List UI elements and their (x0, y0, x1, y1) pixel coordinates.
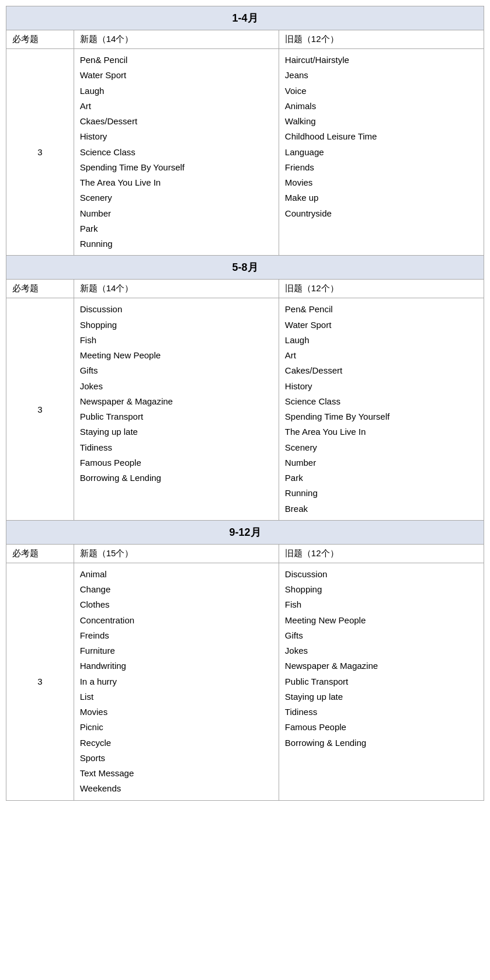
required-cell-2-0: 3 (6, 563, 74, 800)
list-item: Discussion (80, 302, 273, 317)
list-item: Handwriting (80, 658, 273, 674)
old-topics-0-0: Haircut/HairstyleJeansVoiceAnimalsWalkin… (279, 49, 484, 256)
list-item: List (80, 689, 273, 705)
list-item: Staying up late (285, 689, 478, 705)
list-item: Friends (285, 160, 478, 175)
list-item: Cakes/Dessert (285, 363, 478, 378)
list-item: Staying up late (80, 424, 273, 440)
col-header-0-1: 新题（14个） (74, 30, 279, 49)
list-item: Tidiness (285, 705, 478, 720)
col-header-2-2: 旧题（12个） (279, 544, 484, 563)
section-header-2: 9-12月 (6, 520, 484, 544)
col-header-0-2: 旧题（12个） (279, 30, 484, 49)
list-item: History (285, 379, 478, 394)
required-cell-0-0: 3 (6, 49, 74, 256)
list-item: Shopping (80, 318, 273, 333)
list-item: Weekends (80, 781, 273, 796)
list-item: History (80, 129, 273, 144)
col-header-0-0: 必考题 (6, 30, 74, 49)
col-header-1-0: 必考题 (6, 280, 74, 298)
list-item: Park (285, 470, 478, 486)
old-topics-2-0: DiscussionShoppingFishMeeting New People… (279, 563, 484, 800)
list-item: Movies (285, 175, 478, 190)
list-item: Childhood Leisure Time (285, 129, 478, 144)
list-item: Fish (80, 333, 273, 348)
list-item: Science Class (80, 145, 273, 160)
list-item: Borrowing & Lending (80, 470, 273, 486)
new-topics-1-0: DiscussionShoppingFishMeeting New People… (74, 298, 279, 521)
list-item: Scenery (80, 190, 273, 205)
list-item: Fish (285, 597, 478, 612)
list-item: Jeans (285, 68, 478, 83)
list-item: Movies (80, 705, 273, 720)
old-topics-1-0: Pen& PencilWater SportLaughArtCakes/Dess… (279, 298, 484, 521)
table-row: 3Pen& PencilWater SportLaughArtCkaes/Des… (6, 49, 484, 256)
list-item: Public Transport (285, 674, 478, 689)
list-item: Animal (80, 567, 273, 582)
col-header-2-1: 新题（15个） (74, 544, 279, 563)
list-item: Recycle (80, 735, 273, 751)
required-cell-1-0: 3 (6, 298, 74, 521)
new-topics-2-0: AnimalChangeClothesConcentrationFreindsF… (74, 563, 279, 800)
section-header-1: 5-8月 (6, 256, 484, 280)
list-item: Change (80, 582, 273, 597)
list-item: The Area You Live In (285, 424, 478, 440)
list-item: Public Transport (80, 409, 273, 424)
list-item: Furniture (80, 643, 273, 658)
list-item: Countryside (285, 206, 478, 221)
list-item: Water Sport (80, 68, 273, 83)
list-item: Discussion (285, 567, 478, 582)
list-item: Spending Time By Yourself (80, 160, 273, 175)
list-item: Spending Time By Yourself (285, 409, 478, 424)
col-header-1-2: 旧题（12个） (279, 280, 484, 298)
list-item: Running (80, 236, 273, 252)
list-item: Freinds (80, 628, 273, 643)
list-item: Make up (285, 190, 478, 205)
list-item: Voice (285, 83, 478, 99)
list-item: Art (285, 348, 478, 363)
col-header-2-0: 必考题 (6, 544, 74, 563)
list-item: Number (285, 455, 478, 470)
col-header-1-1: 新题（14个） (74, 280, 279, 298)
list-item: In a hurry (80, 674, 273, 689)
list-item: Language (285, 145, 478, 160)
list-item: Jokes (80, 379, 273, 394)
list-item: Newspaper & Magazine (285, 658, 478, 674)
new-topics-0-0: Pen& PencilWater SportLaughArtCkaes/Dess… (74, 49, 279, 256)
list-item: Sports (80, 751, 273, 766)
list-item: Gifts (80, 363, 273, 378)
list-item: Gifts (285, 628, 478, 643)
table-row: 3AnimalChangeClothesConcentrationFreinds… (6, 563, 484, 800)
list-item: Newspaper & Magazine (80, 394, 273, 409)
list-item: Laugh (80, 83, 273, 99)
list-item: Pen& Pencil (285, 302, 478, 317)
list-item: Laugh (285, 333, 478, 348)
list-item: Running (285, 486, 478, 501)
list-item: The Area You Live In (80, 175, 273, 190)
list-item: Scenery (285, 440, 478, 455)
list-item: Borrowing & Lending (285, 735, 478, 751)
list-item: Jokes (285, 643, 478, 658)
list-item: Meeting New People (80, 348, 273, 363)
list-item: Meeting New People (285, 613, 478, 628)
list-item: Water Sport (285, 318, 478, 333)
list-item: Park (80, 221, 273, 236)
list-item: Number (80, 206, 273, 221)
table-row: 3DiscussionShoppingFishMeeting New Peopl… (6, 298, 484, 521)
list-item: Famous People (285, 720, 478, 735)
list-item: Pen& Pencil (80, 53, 273, 68)
list-item: Tidiness (80, 440, 273, 455)
list-item: Famous People (80, 455, 273, 470)
list-item: Shopping (285, 582, 478, 597)
list-item: Picnic (80, 720, 273, 735)
list-item: Clothes (80, 597, 273, 612)
list-item: Science Class (285, 394, 478, 409)
section-header-0: 1-4月 (6, 6, 484, 30)
list-item: Animals (285, 99, 478, 114)
list-item: Text Message (80, 766, 273, 781)
list-item: Concentration (80, 613, 273, 628)
list-item: Break (285, 501, 478, 517)
list-item: Haircut/Hairstyle (285, 53, 478, 68)
list-item: Walking (285, 114, 478, 129)
list-item: Ckaes/Dessert (80, 114, 273, 129)
